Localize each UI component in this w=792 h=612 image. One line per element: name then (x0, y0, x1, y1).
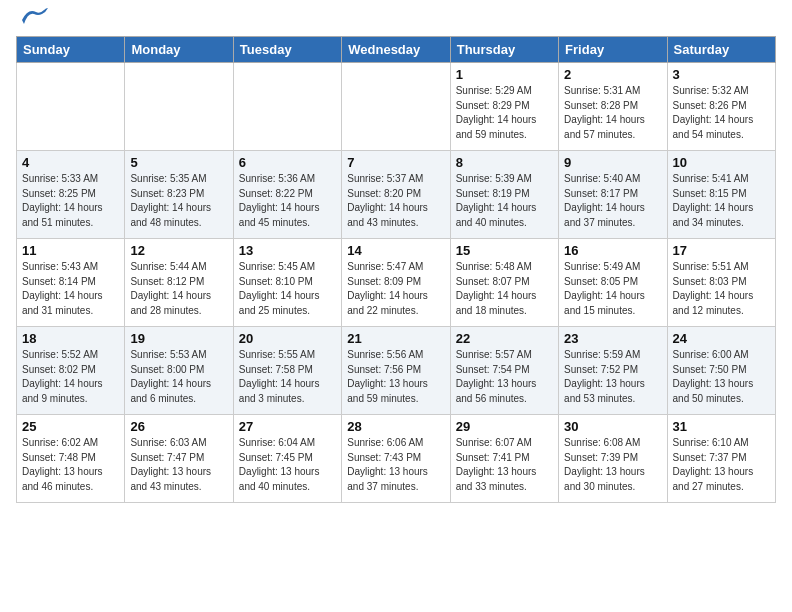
day-number: 15 (456, 243, 553, 258)
day-cell-6: 6Sunrise: 5:36 AM Sunset: 8:22 PM Daylig… (233, 151, 341, 239)
day-number: 16 (564, 243, 661, 258)
day-detail: Sunrise: 5:39 AM Sunset: 8:19 PM Dayligh… (456, 172, 553, 230)
day-detail: Sunrise: 5:45 AM Sunset: 8:10 PM Dayligh… (239, 260, 336, 318)
day-number: 21 (347, 331, 444, 346)
day-number: 6 (239, 155, 336, 170)
day-number: 26 (130, 419, 227, 434)
day-cell-21: 21Sunrise: 5:56 AM Sunset: 7:56 PM Dayli… (342, 327, 450, 415)
page-header (16, 16, 776, 26)
day-number: 7 (347, 155, 444, 170)
day-cell-20: 20Sunrise: 5:55 AM Sunset: 7:58 PM Dayli… (233, 327, 341, 415)
day-detail: Sunrise: 5:31 AM Sunset: 8:28 PM Dayligh… (564, 84, 661, 142)
weekday-header-sunday: Sunday (17, 37, 125, 63)
day-detail: Sunrise: 6:02 AM Sunset: 7:48 PM Dayligh… (22, 436, 119, 494)
day-detail: Sunrise: 6:07 AM Sunset: 7:41 PM Dayligh… (456, 436, 553, 494)
week-row-5: 25Sunrise: 6:02 AM Sunset: 7:48 PM Dayli… (17, 415, 776, 503)
day-detail: Sunrise: 5:43 AM Sunset: 8:14 PM Dayligh… (22, 260, 119, 318)
day-cell-1: 1Sunrise: 5:29 AM Sunset: 8:29 PM Daylig… (450, 63, 558, 151)
day-cell-2: 2Sunrise: 5:31 AM Sunset: 8:28 PM Daylig… (559, 63, 667, 151)
day-detail: Sunrise: 5:59 AM Sunset: 7:52 PM Dayligh… (564, 348, 661, 406)
day-cell-25: 25Sunrise: 6:02 AM Sunset: 7:48 PM Dayli… (17, 415, 125, 503)
day-cell-19: 19Sunrise: 5:53 AM Sunset: 8:00 PM Dayli… (125, 327, 233, 415)
day-detail: Sunrise: 5:47 AM Sunset: 8:09 PM Dayligh… (347, 260, 444, 318)
day-number: 29 (456, 419, 553, 434)
day-number: 27 (239, 419, 336, 434)
weekday-header-wednesday: Wednesday (342, 37, 450, 63)
day-cell-7: 7Sunrise: 5:37 AM Sunset: 8:20 PM Daylig… (342, 151, 450, 239)
day-cell-11: 11Sunrise: 5:43 AM Sunset: 8:14 PM Dayli… (17, 239, 125, 327)
day-cell-15: 15Sunrise: 5:48 AM Sunset: 8:07 PM Dayli… (450, 239, 558, 327)
day-detail: Sunrise: 5:32 AM Sunset: 8:26 PM Dayligh… (673, 84, 770, 142)
day-number: 3 (673, 67, 770, 82)
day-cell-28: 28Sunrise: 6:06 AM Sunset: 7:43 PM Dayli… (342, 415, 450, 503)
day-detail: Sunrise: 5:57 AM Sunset: 7:54 PM Dayligh… (456, 348, 553, 406)
day-detail: Sunrise: 5:52 AM Sunset: 8:02 PM Dayligh… (22, 348, 119, 406)
weekday-header-saturday: Saturday (667, 37, 775, 63)
day-cell-17: 17Sunrise: 5:51 AM Sunset: 8:03 PM Dayli… (667, 239, 775, 327)
day-number: 2 (564, 67, 661, 82)
logo (16, 16, 48, 26)
day-detail: Sunrise: 5:41 AM Sunset: 8:15 PM Dayligh… (673, 172, 770, 230)
day-detail: Sunrise: 5:40 AM Sunset: 8:17 PM Dayligh… (564, 172, 661, 230)
day-detail: Sunrise: 5:53 AM Sunset: 8:00 PM Dayligh… (130, 348, 227, 406)
week-row-1: 1Sunrise: 5:29 AM Sunset: 8:29 PM Daylig… (17, 63, 776, 151)
day-detail: Sunrise: 6:10 AM Sunset: 7:37 PM Dayligh… (673, 436, 770, 494)
week-row-4: 18Sunrise: 5:52 AM Sunset: 8:02 PM Dayli… (17, 327, 776, 415)
day-number: 14 (347, 243, 444, 258)
weekday-header-thursday: Thursday (450, 37, 558, 63)
day-cell-24: 24Sunrise: 6:00 AM Sunset: 7:50 PM Dayli… (667, 327, 775, 415)
day-number: 31 (673, 419, 770, 434)
day-cell-12: 12Sunrise: 5:44 AM Sunset: 8:12 PM Dayli… (125, 239, 233, 327)
day-detail: Sunrise: 6:06 AM Sunset: 7:43 PM Dayligh… (347, 436, 444, 494)
empty-cell (342, 63, 450, 151)
weekday-header-friday: Friday (559, 37, 667, 63)
day-number: 8 (456, 155, 553, 170)
day-number: 9 (564, 155, 661, 170)
weekday-header-tuesday: Tuesday (233, 37, 341, 63)
day-detail: Sunrise: 5:51 AM Sunset: 8:03 PM Dayligh… (673, 260, 770, 318)
day-number: 22 (456, 331, 553, 346)
day-detail: Sunrise: 5:35 AM Sunset: 8:23 PM Dayligh… (130, 172, 227, 230)
day-cell-4: 4Sunrise: 5:33 AM Sunset: 8:25 PM Daylig… (17, 151, 125, 239)
day-detail: Sunrise: 6:08 AM Sunset: 7:39 PM Dayligh… (564, 436, 661, 494)
day-number: 20 (239, 331, 336, 346)
day-cell-9: 9Sunrise: 5:40 AM Sunset: 8:17 PM Daylig… (559, 151, 667, 239)
day-detail: Sunrise: 5:48 AM Sunset: 8:07 PM Dayligh… (456, 260, 553, 318)
day-number: 24 (673, 331, 770, 346)
day-detail: Sunrise: 5:33 AM Sunset: 8:25 PM Dayligh… (22, 172, 119, 230)
day-detail: Sunrise: 5:44 AM Sunset: 8:12 PM Dayligh… (130, 260, 227, 318)
day-detail: Sunrise: 5:49 AM Sunset: 8:05 PM Dayligh… (564, 260, 661, 318)
day-number: 1 (456, 67, 553, 82)
calendar-table: SundayMondayTuesdayWednesdayThursdayFrid… (16, 36, 776, 503)
day-cell-8: 8Sunrise: 5:39 AM Sunset: 8:19 PM Daylig… (450, 151, 558, 239)
day-number: 13 (239, 243, 336, 258)
empty-cell (233, 63, 341, 151)
empty-cell (17, 63, 125, 151)
day-number: 25 (22, 419, 119, 434)
day-number: 17 (673, 243, 770, 258)
day-number: 11 (22, 243, 119, 258)
day-detail: Sunrise: 5:37 AM Sunset: 8:20 PM Dayligh… (347, 172, 444, 230)
week-row-3: 11Sunrise: 5:43 AM Sunset: 8:14 PM Dayli… (17, 239, 776, 327)
day-number: 28 (347, 419, 444, 434)
day-number: 12 (130, 243, 227, 258)
day-cell-18: 18Sunrise: 5:52 AM Sunset: 8:02 PM Dayli… (17, 327, 125, 415)
day-cell-30: 30Sunrise: 6:08 AM Sunset: 7:39 PM Dayli… (559, 415, 667, 503)
day-cell-27: 27Sunrise: 6:04 AM Sunset: 7:45 PM Dayli… (233, 415, 341, 503)
logo-bird-icon (20, 6, 48, 26)
day-detail: Sunrise: 6:00 AM Sunset: 7:50 PM Dayligh… (673, 348, 770, 406)
day-detail: Sunrise: 5:55 AM Sunset: 7:58 PM Dayligh… (239, 348, 336, 406)
day-number: 18 (22, 331, 119, 346)
day-cell-26: 26Sunrise: 6:03 AM Sunset: 7:47 PM Dayli… (125, 415, 233, 503)
week-row-2: 4Sunrise: 5:33 AM Sunset: 8:25 PM Daylig… (17, 151, 776, 239)
day-detail: Sunrise: 6:04 AM Sunset: 7:45 PM Dayligh… (239, 436, 336, 494)
day-cell-29: 29Sunrise: 6:07 AM Sunset: 7:41 PM Dayli… (450, 415, 558, 503)
day-cell-31: 31Sunrise: 6:10 AM Sunset: 7:37 PM Dayli… (667, 415, 775, 503)
day-number: 5 (130, 155, 227, 170)
day-number: 4 (22, 155, 119, 170)
day-cell-23: 23Sunrise: 5:59 AM Sunset: 7:52 PM Dayli… (559, 327, 667, 415)
weekday-header-row: SundayMondayTuesdayWednesdayThursdayFrid… (17, 37, 776, 63)
day-cell-22: 22Sunrise: 5:57 AM Sunset: 7:54 PM Dayli… (450, 327, 558, 415)
day-number: 10 (673, 155, 770, 170)
day-cell-3: 3Sunrise: 5:32 AM Sunset: 8:26 PM Daylig… (667, 63, 775, 151)
